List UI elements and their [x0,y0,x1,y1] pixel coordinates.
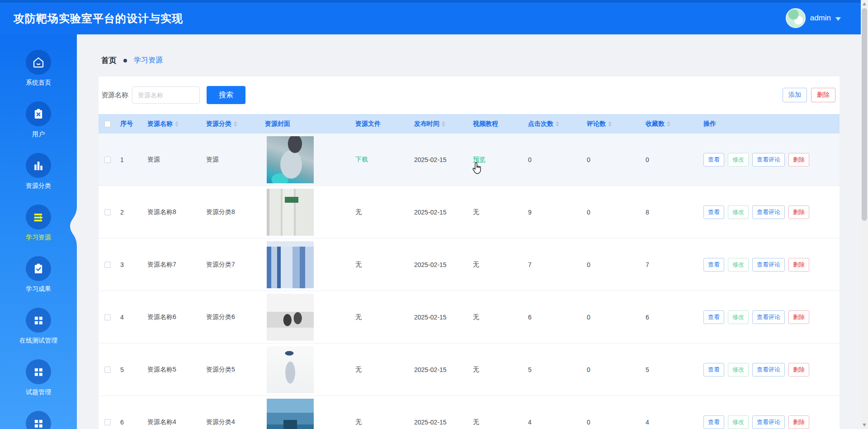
view-comments-button[interactable]: 查看评论 [752,153,785,167]
row-delete-button[interactable]: 删除 [788,153,809,167]
resource-name: 资源名称7 [144,261,203,269]
sidebar-item-online-test-management[interactable]: 在线测试管理 [0,308,77,345]
breadcrumb-current[interactable]: 学习资源 [134,56,163,65]
row-delete-button[interactable]: 删除 [788,415,809,429]
app-title: 攻防靶场实验室平台的设计与实现 [14,9,183,26]
sidebar-item-resource-category[interactable]: 资源分类 [0,153,77,190]
view-comments-button[interactable]: 查看评论 [752,415,785,429]
user-menu[interactable]: admin [786,6,841,28]
add-button[interactable]: 添加 [783,88,807,102]
view-comments-button[interactable]: 查看评论 [752,310,785,324]
search-input[interactable] [132,86,200,104]
resource-file-value: 无 [352,418,410,426]
sort-caret[interactable] [608,121,612,127]
breadcrumb: 首页 学习资源 [99,34,840,76]
main-content: 首页 学习资源 资源名称 搜索 添加 删除 序号 资源名称 资源分类 [77,34,861,429]
preview-link[interactable]: 预览 [473,156,486,164]
sort-caret[interactable] [667,121,670,127]
select-all-checkbox[interactable] [104,121,111,127]
view-button[interactable]: 查看 [703,310,724,324]
col-header-cover: 资源封面 [261,120,352,128]
list-arrow-icon [31,210,46,224]
edit-button[interactable]: 修改 [728,415,749,429]
sidebar-item-label: 在线测试管理 [19,337,57,345]
resource-category: 资源分类6 [203,313,261,321]
publish-date: 2025-02-15 [410,366,469,373]
table-header-row: 序号 资源名称 资源分类 资源封面 资源文件 发布时间 视频教程 点击次数 评论… [99,114,840,133]
clipboard-x-icon [32,107,45,121]
search-field-label: 资源名称 [101,91,128,100]
view-comments-button[interactable]: 查看评论 [752,258,785,272]
sidebar-item-learning-outcomes[interactable]: 学习成果 [0,256,77,293]
download-link[interactable]: 下载 [355,156,368,164]
click-count: 9 [524,209,583,216]
row-checkbox[interactable] [104,314,111,320]
sidebar-item-learning-resources[interactable]: 学习资源 [0,205,77,242]
row-index: 1 [117,156,144,163]
sidebar-item-system-home[interactable]: 系统首页 [0,50,77,87]
view-button[interactable]: 查看 [703,258,724,272]
view-button[interactable]: 查看 [703,205,724,219]
view-button[interactable]: 查看 [703,153,724,167]
view-comments-button[interactable]: 查看评论 [752,205,785,219]
row-delete-button[interactable]: 删除 [788,258,809,272]
resource-name: 资源名称6 [144,313,203,321]
edit-button[interactable]: 修改 [728,205,749,219]
sidebar-nav: 系统首页 用户 资源分类 学习资源 [0,34,77,429]
comment-count: 0 [583,366,642,373]
sidebar-item-partial[interactable] [0,411,77,429]
vertical-scrollbar[interactable] [861,0,868,429]
user-avatar[interactable] [786,8,806,28]
edit-button[interactable]: 修改 [728,258,749,272]
favorite-count: 5 [642,366,700,373]
chevron-down-icon[interactable] [835,17,841,21]
delete-button[interactable]: 删除 [811,88,835,102]
row-checkbox[interactable] [104,367,111,373]
username-label: admin [810,14,831,23]
click-count: 4 [524,419,583,426]
bar-chart-icon [32,159,45,172]
resource-file-value: 无 [352,313,410,321]
resource-category: 资源分类5 [203,366,261,374]
row-checkbox[interactable] [104,419,111,425]
edit-button[interactable]: 修改 [728,363,749,377]
edit-button[interactable]: 修改 [728,153,749,167]
sort-caret[interactable] [442,121,445,127]
scrollbar-thumb[interactable] [862,8,867,221]
click-count: 0 [524,156,583,163]
resource-file-value: 无 [352,366,410,374]
row-delete-button[interactable]: 删除 [788,205,809,219]
view-button[interactable]: 查看 [703,415,724,429]
content-card: 资源名称 搜索 添加 删除 序号 资源名称 资源分类 资源封面 资源文件 发布时… [99,76,840,429]
view-button[interactable]: 查看 [703,363,724,377]
comment-count: 0 [583,156,642,163]
resource-cover-image [267,189,314,236]
sidebar-item-question-management[interactable]: 试题管理 [0,359,77,396]
sort-caret[interactable] [234,121,237,127]
row-checkbox[interactable] [104,157,111,163]
sidebar-item-label: 资源分类 [26,182,51,190]
row-delete-button[interactable]: 删除 [788,363,809,377]
row-delete-button[interactable]: 删除 [788,310,809,324]
comment-count: 0 [583,261,642,268]
resource-cover-image [267,399,314,429]
click-count: 6 [524,314,583,321]
sidebar-item-label: 学习成果 [26,285,51,293]
edit-button[interactable]: 修改 [728,310,749,324]
sort-caret[interactable] [556,121,559,127]
sort-caret[interactable] [175,121,179,127]
col-header-actions: 操作 [700,120,840,128]
breadcrumb-home[interactable]: 首页 [101,55,117,66]
col-header-clicks: 点击次数 [524,120,583,128]
view-comments-button[interactable]: 查看评论 [752,363,785,377]
sidebar-item-users[interactable]: 用户 [0,101,77,138]
row-checkbox[interactable] [104,262,111,268]
active-item-notch [70,206,77,246]
col-header-index: 序号 [117,120,144,128]
resources-table: 序号 资源名称 资源分类 资源封面 资源文件 发布时间 视频教程 点击次数 评论… [99,114,840,429]
scroll-down-arrow-icon[interactable] [863,424,866,427]
row-checkbox[interactable] [104,209,111,215]
grid-icon [32,417,45,429]
scroll-up-arrow-icon[interactable] [863,2,866,5]
search-button[interactable]: 搜索 [207,86,245,104]
